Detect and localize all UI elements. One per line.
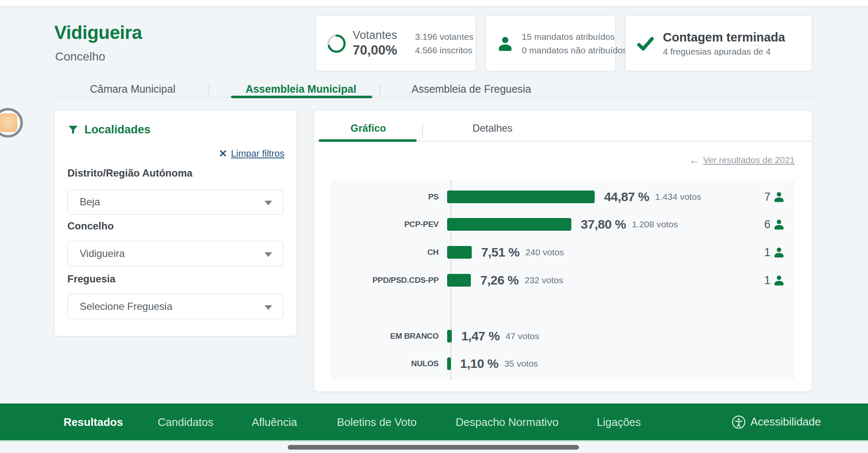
- district-label: Distrito/Região Autónoma: [67, 167, 192, 179]
- mandates-count: 6: [764, 218, 785, 231]
- inscritos-count: 4.566 inscritos: [415, 44, 473, 57]
- person-icon: [773, 246, 785, 259]
- votes-value: 47 votos: [506, 331, 539, 341]
- filter-header: Localidades: [67, 123, 150, 136]
- result-bar: [447, 218, 571, 231]
- tab-grafico[interactable]: Gráfico: [351, 122, 386, 134]
- chart-row-pcp-pev: PCP-PEV 37,80 % 1.208 votos 6: [331, 213, 795, 236]
- chart-row-nulos: NULOS 1,10 % 35 votos: [331, 352, 795, 376]
- concelho-select[interactable]: Vidigueira: [67, 241, 284, 266]
- votantes-count: 3.196 votantes: [415, 30, 473, 44]
- mandates-unassigned: 0 mandatos não atribuídos: [522, 44, 627, 57]
- chart-row-ppd-psd-cds-pp: PPD/PSD.CDS-PP 7,26 % 232 votos 1: [331, 268, 795, 292]
- concelho-label: Concelho: [67, 220, 114, 232]
- tab-divider: [422, 123, 423, 138]
- result-bar: [447, 246, 472, 259]
- active-tab-underline: [231, 96, 372, 98]
- party-label: EM BRANCO: [331, 331, 445, 341]
- clear-filters-link[interactable]: ✕ Limpar filtros: [219, 148, 284, 160]
- top-bar: [0, 0, 868, 6]
- votes-value: 1.434 votos: [655, 192, 701, 202]
- percent-value: 1,47 %: [461, 329, 499, 343]
- turnout-percent: 70,00%: [353, 43, 397, 58]
- turnout-progress-ring: [326, 33, 347, 54]
- widget-icon: [0, 113, 17, 132]
- person-icon: [773, 274, 785, 287]
- tab-camara-municipal[interactable]: Câmara Municipal: [90, 83, 175, 95]
- mandatos-card: 15 mandatos atribuídos 0 mandatos não at…: [486, 16, 615, 71]
- person-icon: [496, 35, 514, 52]
- votantes-label: Votantes: [353, 29, 397, 42]
- count-status-subtitle: 4 freguesias apuradas de 4: [663, 47, 785, 57]
- tab-divider: [209, 84, 209, 97]
- chevron-down-icon: [264, 252, 272, 257]
- tab-assembleia-municipal[interactable]: Assembleia Municipal: [245, 83, 356, 95]
- mandates-count: 7: [764, 191, 785, 204]
- votes-value: 35 votos: [504, 359, 538, 369]
- party-label: CH: [331, 248, 445, 257]
- votes-value: 232 votos: [525, 275, 563, 285]
- chevron-down-icon: [264, 305, 272, 310]
- results-bar-chart: PS 44,87 % 1.434 votos 7 PCP-PEV 37,80 %…: [331, 180, 795, 380]
- filter-funnel-icon: [67, 124, 79, 135]
- tabs-baseline: [54, 97, 812, 98]
- count-status-title: Contagem terminada: [663, 30, 785, 44]
- chart-row-ch: CH 7,51 % 240 votos 1: [331, 240, 795, 264]
- page-subtitle: Concelho: [55, 50, 105, 64]
- accessibility-icon: [732, 415, 746, 429]
- mandates-count: 1: [764, 274, 785, 287]
- tab-assembleia-freguesia[interactable]: Assembleia de Freguesia: [412, 83, 531, 95]
- chevron-down-icon: [264, 201, 272, 205]
- footer-item-afluencia[interactable]: Afluência: [252, 415, 297, 428]
- percent-value: 37,80 %: [581, 217, 626, 232]
- result-bar: [447, 330, 452, 343]
- footer-item-despacho[interactable]: Despacho Normativo: [456, 415, 559, 428]
- footer-item-resultados[interactable]: Resultados: [64, 415, 123, 428]
- page-title: Vidigueira: [54, 22, 142, 43]
- district-select[interactable]: Beja: [67, 189, 284, 215]
- accessibility-button[interactable]: Acessibilidade: [732, 415, 821, 429]
- results-panel: Gráfico Detalhes ← Ver resultados de 202…: [314, 110, 812, 392]
- horizontal-scrollbar-thumb[interactable]: [288, 445, 579, 450]
- contagem-card: Contagem terminada 4 freguesias apuradas…: [625, 16, 812, 71]
- footer-item-candidatos[interactable]: Candidatos: [158, 415, 214, 428]
- tab-detalhes[interactable]: Detalhes: [473, 122, 513, 134]
- result-bar: [447, 191, 595, 203]
- person-icon: [773, 191, 785, 203]
- filter-title: Localidades: [84, 123, 150, 136]
- party-label: PPD/PSD.CDS-PP: [331, 276, 445, 285]
- check-icon: [636, 34, 655, 53]
- percent-value: 7,26 %: [480, 273, 518, 287]
- freguesia-select[interactable]: Selecione Freguesia: [67, 294, 284, 319]
- footer-nav: Resultados Candidatos Afluência Boletins…: [0, 403, 868, 442]
- person-icon: [773, 218, 785, 231]
- left-arrow-icon: ←: [689, 155, 700, 166]
- result-bar: [447, 274, 471, 287]
- votantes-card: Votantes 70,00% 3.196 votantes 4.566 ins…: [316, 16, 476, 71]
- percent-value: 44,87 %: [604, 190, 649, 204]
- party-label: PCP-PEV: [331, 220, 445, 229]
- mandates-count: 1: [764, 246, 785, 259]
- chart-row-ps: PS 44,87 % 1.434 votos 7: [331, 185, 795, 209]
- active-tab-underline: [319, 139, 417, 142]
- party-label: NULOS: [331, 359, 445, 368]
- percent-value: 7,51 %: [481, 245, 519, 260]
- freguesia-label: Freguesia: [67, 273, 115, 285]
- mandates-assigned: 15 mandatos atribuídos: [522, 30, 627, 44]
- tab-divider: [379, 84, 380, 97]
- footer-item-ligacoes[interactable]: Ligações: [597, 415, 641, 428]
- localidades-filter-panel: Localidades ✕ Limpar filtros Distrito/Re…: [54, 110, 297, 336]
- party-label: PS: [331, 192, 445, 202]
- clear-x-icon: ✕: [219, 148, 227, 160]
- accessibility-widget-button[interactable]: [0, 108, 23, 138]
- result-bar: [447, 357, 451, 370]
- ver-resultados-2021-link[interactable]: ← Ver resultados de 2021: [689, 155, 795, 166]
- votes-value: 240 votos: [526, 247, 564, 257]
- votes-value: 1.208 votos: [632, 219, 678, 229]
- chart-row-em-branco: EM BRANCO 1,47 % 47 votos: [331, 324, 795, 348]
- footer-item-boletins[interactable]: Boletins de Voto: [337, 415, 417, 428]
- percent-value: 1,10 %: [460, 356, 498, 371]
